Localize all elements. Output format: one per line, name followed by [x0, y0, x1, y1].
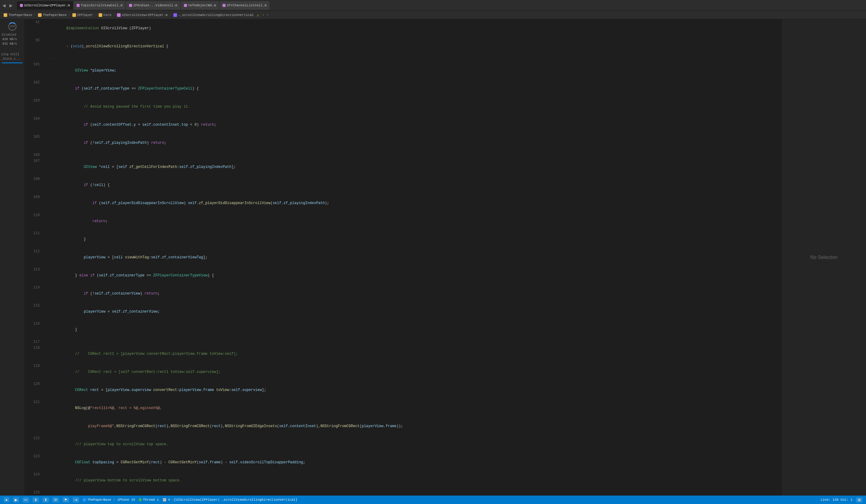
line-col-label: Line: 139 Col: 1 — [821, 498, 853, 502]
code-body-121: NSLog(@"rect111=%@, rect = %@,eginset%@, — [43, 399, 781, 417]
sidebar-percent: 22% — [0, 21, 24, 33]
tab-bar: ◀ ▶ UIScrollView+ZFPlayer.m TopicScrollV… — [0, 0, 866, 11]
code-body-102: if (self.zf_containerType == ZFPlayerCon… — [43, 80, 781, 98]
bc-file[interactable]: UIScrollView+ZFPlayer.m — [117, 13, 168, 17]
line-102-row: 102 if (self.zf_containerType == ZFPlaye… — [28, 80, 781, 98]
stack-label: 4 -[UIScrollView(ZFPlayer) _scrollViewSc… — [168, 498, 297, 502]
tab-nav: ◀ ▶ — [1, 2, 14, 9]
tab-yefeobjectbo[interactable]: YefeObjectBO.m — [181, 1, 219, 10]
sidebar-truncated2: _block_i... — [0, 57, 24, 61]
line-num-119: 119 — [28, 363, 43, 381]
folder-icon — [4, 13, 7, 17]
sidebar-kb2: 932 KB/s — [0, 42, 24, 46]
line-105-row: 105 if (!self.zf_playingIndexPath) retur… — [28, 134, 781, 152]
nav-arrows[interactable]: ‹ › — [262, 13, 269, 17]
bc-label-2: ThePaperBase — [43, 13, 67, 17]
bc-label-method: -_scrollViewScrollingDirectionVertical — [178, 13, 254, 17]
code-body-112: playerView = [cell viewWithTag:self.zf_c… — [43, 248, 781, 267]
bc-thepaperbase-2[interactable]: ThePaperBase — [38, 13, 67, 17]
bc-label-file: UIScrollView+ZFPlayer.m — [122, 13, 168, 17]
code-editor[interactable]: 41 @implementation UIScrollView (ZFPlaye… — [25, 19, 781, 495]
line-108-row: 108 if (!cell) { — [28, 176, 781, 194]
line-num-107: 107 — [28, 158, 43, 176]
step-over-btn[interactable]: ↩ — [23, 497, 29, 503]
editor-container: 41 @implementation UIScrollView (ZFPlaye… — [25, 19, 781, 495]
code-body-108: if (!cell) { — [43, 176, 781, 194]
sidebar-disabled-label: Disabled — [0, 33, 24, 37]
code-body-103: // Avoid being paused the first time you… — [43, 98, 781, 116]
code-body-122: /// playerView top to scrollView top spa… — [43, 435, 781, 453]
run-btn[interactable]: ● — [4, 497, 9, 502]
line-123-row: 123 CGFloat topSpacing = CGRectGetMinY(r… — [28, 453, 781, 471]
tab-label-5: ZFYChannelListCell.m — [227, 4, 267, 7]
bc-core[interactable]: Core — [99, 13, 111, 17]
code-body-125: CGFloat bottomSpacing = CGRectGetMaxY(se… — [43, 490, 781, 495]
line-119-row: 119 // CGRect rect = [self convertRect:r… — [28, 363, 781, 381]
bc-sep-4: › — [113, 13, 115, 17]
line-95-row: 95 - (void)_scrollViewScrollingDirection… — [28, 37, 781, 55]
tab-icon-m3 — [129, 4, 132, 7]
breakpoint-btn[interactable]: ⚑ — [63, 497, 69, 503]
line-111-row: 111 } — [28, 230, 781, 248]
line-num-117: 117 — [28, 339, 43, 345]
line-106-row: 106 — [28, 152, 781, 158]
bc-sep-3: › — [95, 13, 97, 17]
line-124-row: 124 /// playerView bottom to scrollView … — [28, 471, 781, 490]
bc-zfplayer[interactable]: ZFPlayer — [73, 13, 93, 17]
tab-icon-m5 — [223, 4, 225, 7]
line-num-121: 121 — [28, 399, 43, 417]
nav-back-btn[interactable]: ◀ — [1, 2, 7, 9]
layout-toggle-btn[interactable]: ⊞ — [856, 497, 862, 503]
status-scheme: ThePaperBase : iPhone 15 — [82, 498, 135, 502]
code-body-41: @implementation UIScrollView (ZFPlayer) — [43, 19, 781, 37]
debug-btn[interactable]: ⇥ — [73, 497, 79, 503]
tab-topicscrollviewcell[interactable]: TopicScrollViewCell.m — [74, 1, 126, 10]
scheme-label: ThePaperBase : iPhone 15 — [87, 498, 135, 502]
line-121b-row: playframe%@",NSStringFromCGRect(rect),NS… — [28, 417, 781, 435]
tab-label-4: YefeObjectBO.m — [188, 4, 216, 7]
line-113-row: 113 } else if (self.zf_containerType == … — [28, 267, 781, 284]
code-body-120: CGRect rect = [playerView.superview conv… — [43, 381, 781, 399]
line-num-41: 41 — [28, 19, 43, 37]
line-112-row: 112 playerView = [cell viewWithTag:self.… — [28, 248, 781, 267]
line-118-row: 118 // CGRect rect1 = [playerView conver… — [28, 345, 781, 363]
folder-icon-3 — [73, 13, 76, 17]
line-num-112: 112 — [28, 248, 43, 267]
code-body-124: /// playerView bottom to scrollView bott… — [43, 471, 781, 490]
line-121-row: 121 NSLog(@"rect111=%@, rect = %@,eginse… — [28, 399, 781, 417]
continue-btn[interactable]: ⟳ — [53, 497, 59, 503]
code-body-119: // CGRect rect = [self convertRect:rect1… — [43, 363, 781, 381]
line-num-124: 124 — [28, 471, 43, 490]
nav-forward-btn[interactable]: ▶ — [8, 2, 14, 9]
line-num-120: 120 — [28, 381, 43, 399]
line-109-row: 109 if (self.zf_playerDidDisappearInScro… — [28, 194, 781, 212]
bc-thepaperbase-1[interactable]: ThePaperBase — [4, 13, 32, 17]
code-body-107: UIView *cell = [self zf_getCellForIndexP… — [43, 158, 781, 176]
code-body-118: // CGRect rect1 = [playerView convertRec… — [43, 345, 781, 363]
sidebar-progress-bar — [2, 63, 23, 63]
step-out-btn[interactable]: ⬆ — [43, 497, 49, 503]
line-num-101: 101 — [28, 61, 43, 80]
line-107-row: 107 UIView *cell = [self zf_getCellForIn… — [28, 158, 781, 176]
code-body-116: } — [43, 321, 781, 339]
code-body-114: if (!self.zf_containerView) return; — [43, 284, 781, 303]
no-selection-label: No Selection — [810, 255, 838, 260]
sidebar-truncated1: ying Cell] — [0, 52, 24, 57]
tab-icon-m4 — [184, 4, 187, 7]
line-122-row: 122 /// playerView top to scrollView top… — [28, 435, 781, 453]
tab-uiscrollview-zfplayer[interactable]: UIScrollView+ZFPlayer.m — [17, 1, 73, 10]
step-into-btn[interactable]: ⬇ — [33, 497, 39, 503]
bc-method[interactable]: -_scrollViewScrollingDirectionVertical — [174, 13, 254, 17]
line-num-108: 108 — [28, 176, 43, 194]
tab-zfendian-videocell[interactable]: ZFEndian...VideoCell.m — [126, 1, 180, 10]
play-btn[interactable]: ▶ — [13, 497, 19, 503]
code-body-101: UIView *playerView; — [43, 61, 781, 80]
line-117-row: 117 — [28, 339, 781, 345]
tab-zfychannellistcell[interactable]: ZFYChannelListCell.m — [220, 1, 269, 10]
code-body-115: playerView = self.zf_containerView; — [43, 303, 781, 321]
status-bar: ● ▶ ↩ ⬇ ⬆ ⟳ ⚑ ⇥ ThePaperBase : iPhone 15… — [0, 495, 866, 504]
line-num-113: 113 — [28, 267, 43, 284]
bc-sep-5: › — [169, 13, 171, 17]
code-body-109: if (self.zf_playerDidDisappearInScrollVi… — [43, 194, 781, 212]
m-sel-icon — [174, 13, 177, 17]
